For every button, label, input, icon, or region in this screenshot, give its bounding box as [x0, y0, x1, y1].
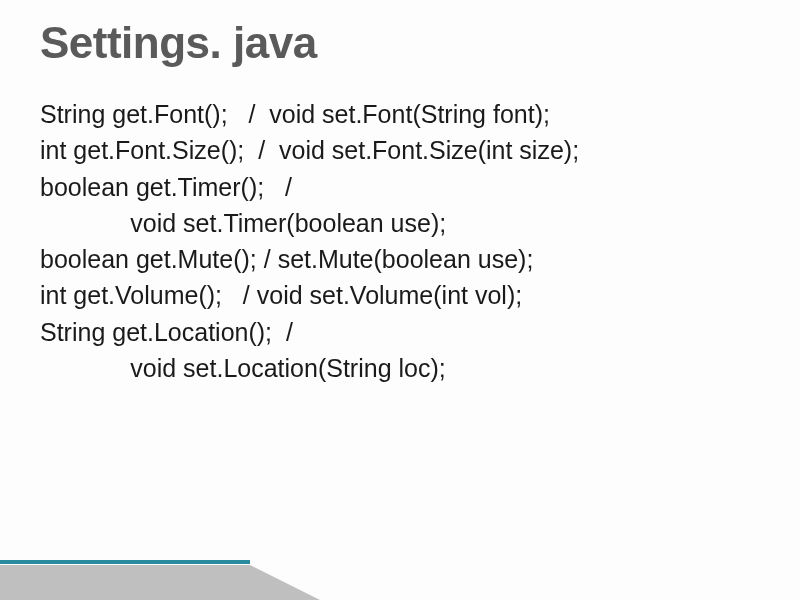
- code-line: boolean get.Mute(); / set.Mute(boolean u…: [40, 241, 760, 277]
- code-line: String get.Location(); /: [40, 314, 760, 350]
- code-line: int get.Volume(); / void set.Volume(int …: [40, 277, 760, 313]
- page-title: Settings. java: [40, 18, 760, 68]
- code-listing: String get.Font(); / void set.Font(Strin…: [40, 96, 760, 386]
- code-line: int get.Font.Size(); / void set.Font.Siz…: [40, 132, 760, 168]
- code-line: boolean get.Timer(); /: [40, 169, 760, 205]
- slide-decoration: [0, 510, 340, 600]
- code-line: void set.Timer(boolean use);: [40, 205, 760, 241]
- slide: Settings. java String get.Font(); / void…: [0, 0, 800, 600]
- shadow-wedge: [0, 565, 320, 600]
- code-line: void set.Location(String loc);: [40, 350, 760, 386]
- code-line: String get.Font(); / void set.Font(Strin…: [40, 96, 760, 132]
